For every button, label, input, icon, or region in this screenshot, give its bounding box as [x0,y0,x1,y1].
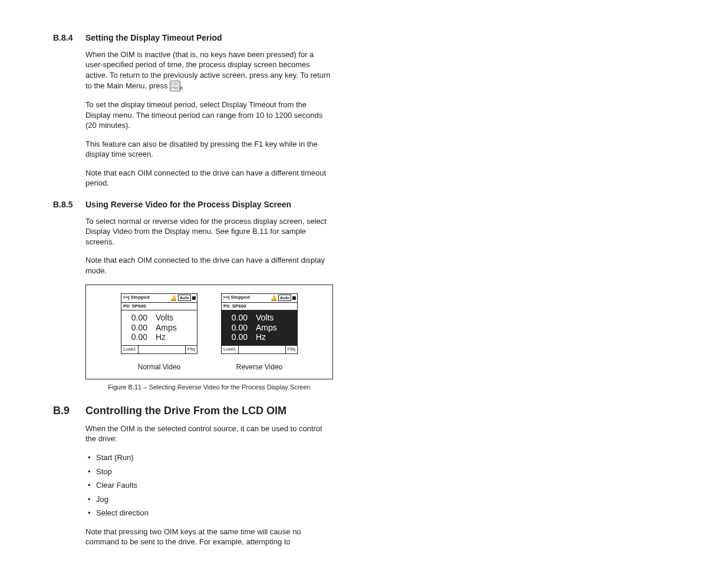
list-item: Jog [85,494,333,505]
section-number: B.8.4 [53,32,85,44]
auto-badge: Auto [278,295,291,301]
paragraph: Note that each OIM connected to the driv… [85,168,333,189]
unit: Hz [256,332,266,342]
section-title: Controlling the Drive From the LCD OIM [85,404,286,418]
value: 0.00 [125,323,147,332]
lcd-screen-reverse: >>|Stopped 🔔Auto P0: SP600 0.00Volts 0.0… [221,293,298,354]
paragraph: Note that pressing two OIM keys at the s… [85,527,333,547]
unit: Hz [156,332,166,342]
figure-caption: Figure B.11 – Selecting Reverse Video fo… [85,383,333,392]
paragraph: When the OIM is inactive (that is, no ke… [85,49,333,91]
bell-icon: 🔔 [271,295,277,302]
auto-badge: Auto [178,295,191,301]
figure-b11: >>|Stopped 🔔Auto P0: SP600 0.00Volts 0.0… [85,285,333,379]
softkey-left: Luse1 [121,346,139,353]
paragraph: Note that each OIM connected to the driv… [85,255,333,276]
value: 0.00 [225,313,248,322]
value: 0.00 [125,313,147,322]
screen-caption: Normal Video [138,362,180,372]
unit: Volts [256,313,274,322]
section-title: Using Reverse Video for the Process Disp… [85,199,291,210]
section-b84: B.8.4 Setting the Display Timeout Period… [53,32,675,189]
list-item: Stop [85,467,333,477]
arrow-icon: >>| [223,295,230,301]
text: . [180,81,183,90]
list-item: Start (Run) [85,452,333,463]
section-title: Setting the Display Timeout Period [85,32,222,44]
status-text: Stopped [131,295,150,301]
esc-prog-key-icon: ESC PROG [170,81,180,91]
unit: Volts [156,313,173,322]
paragraph: To set the display timeout period, selec… [85,100,333,131]
softkey-right: Fltq [286,346,297,353]
screen-caption: Reverse Video [236,362,283,372]
readings: 0.00Volts 0.00Amps 0.00Hz [222,310,297,345]
stop-icon [192,296,196,300]
list-item: Select direction [85,508,333,518]
section-number: B.9 [53,404,85,418]
arrow-icon: >>| [123,295,130,301]
section-b9: B.9 Controlling the Drive From the LCD O… [53,404,675,547]
section-number: B.8.5 [53,199,85,210]
paragraph: To select normal or reverse video for th… [85,216,333,247]
bullet-list: Start (Run) Stop Clear Faults Jog Select… [85,452,333,518]
unit: Amps [256,323,277,332]
value: 0.00 [225,332,248,342]
stop-icon [292,296,296,300]
status-text: Stopped [231,295,250,301]
paragraph: This feature can also be disabled by pre… [85,139,333,160]
list-item: Clear Faults [85,480,333,491]
reverse-video-screen: >>|Stopped 🔔Auto P0: SP600 0.00Volts 0.0… [221,293,298,372]
section-b85: B.8.5 Using Reverse Video for the Proces… [53,199,675,392]
text: When the OIM is inactive (that is, no ke… [85,50,330,90]
readings: 0.00Volts 0.00Amps 0.00Hz [121,310,197,345]
unit: Amps [156,323,177,332]
softkey-right: Fltq [186,346,197,353]
value: 0.00 [225,323,248,332]
paragraph: When the OIM is the selected control sou… [85,424,333,444]
bell-icon: 🔔 [170,295,177,302]
port-label: P0: SP600 [121,303,197,311]
lcd-screen-normal: >>|Stopped 🔔Auto P0: SP600 0.00Volts 0.0… [121,293,197,354]
normal-video-screen: >>|Stopped 🔔Auto P0: SP600 0.00Volts 0.0… [121,293,197,372]
softkey-left: Luse1 [222,346,239,353]
port-label: P0: SP600 [222,303,297,311]
value: 0.00 [125,332,147,342]
